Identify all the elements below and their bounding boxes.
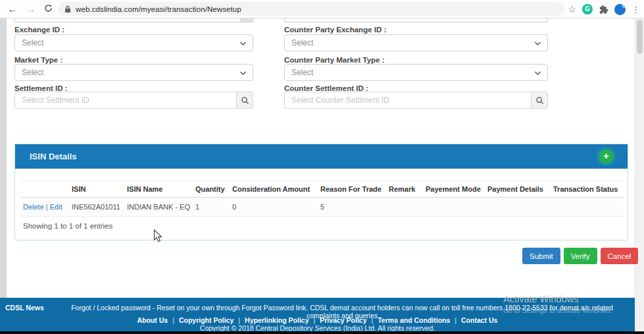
page-left-gutter xyxy=(0,18,7,298)
actions-separator: | xyxy=(46,203,48,211)
cutoff-button-stub xyxy=(240,18,253,22)
counter-market-type-select[interactable]: Select xyxy=(284,64,548,81)
cell-quantity: 1 xyxy=(193,198,230,217)
cutoff-field-right xyxy=(284,18,548,22)
isin-table: ISIN ISIN Name Quantity Consideration Am… xyxy=(20,181,624,217)
cell-payment-details xyxy=(485,198,551,217)
counter-market-type-value: Select xyxy=(291,68,313,77)
market-type-label: Market Type : xyxy=(14,56,62,64)
col-remark: Remark xyxy=(386,181,423,198)
bookmark-star-icon[interactable]: ☆ xyxy=(568,4,576,14)
cell-consideration-amount: 0 xyxy=(230,198,318,217)
col-isin-name: ISIN Name xyxy=(124,181,193,198)
col-payement-mode: Payement Mode xyxy=(423,181,485,198)
browser-actions: ☆ G ⋮ xyxy=(568,0,644,18)
isin-panel-header: ISIN Details + xyxy=(15,144,628,169)
reload-icon[interactable] xyxy=(41,2,55,16)
url-text: web.cdslindia.com/myeasi/transaction/New… xyxy=(76,5,241,13)
footer: CDSL News Forgot / Locked password - Res… xyxy=(0,298,635,331)
chevron-down-icon xyxy=(239,70,247,76)
counter-exchange-id-label: Counter Party Exchange ID : xyxy=(284,26,386,34)
edit-link[interactable]: Edit xyxy=(50,203,62,211)
verify-button[interactable]: Verify xyxy=(564,248,597,264)
chevron-down-icon xyxy=(534,41,541,46)
footer-link-terms-and-conditions[interactable]: Terms and Conditions xyxy=(378,316,461,324)
counter-settlement-id-field xyxy=(284,92,548,109)
market-type-select[interactable]: Select xyxy=(14,64,253,81)
cell-transaction-status xyxy=(551,198,624,217)
isin-table-row: Delete | Edit INE562A01011 INDIAN BANK -… xyxy=(20,198,624,217)
footer-link-contact-us[interactable]: Contact Us xyxy=(461,316,497,324)
back-icon[interactable]: ← xyxy=(5,2,20,16)
submit-button[interactable]: Submit xyxy=(522,248,560,264)
scrollbar-thumb[interactable] xyxy=(637,20,643,54)
col-actions xyxy=(20,181,69,198)
chevron-down-icon xyxy=(534,70,541,76)
cell-isin-name: INDIAN BANK - EQ xyxy=(124,198,193,217)
browser-window: ← → web.cdslindia.com/myeasi/transaction… xyxy=(0,0,644,334)
delete-link[interactable]: Delete xyxy=(23,203,44,211)
cell-reason-for-trade: 5 xyxy=(318,198,386,217)
table-entries-summary: Showing 1 to 1 of 1 entries xyxy=(23,222,112,230)
cell-remark xyxy=(386,198,423,217)
grammarly-extension-icon[interactable]: G xyxy=(582,4,593,14)
col-consideration-amount: Consideration Amount xyxy=(230,181,318,198)
isin-table-header-row: ISIN ISIN Name Quantity Consideration Am… xyxy=(20,181,624,198)
footer-scrollbar-gap xyxy=(635,298,644,331)
extensions-puzzle-icon[interactable] xyxy=(599,5,608,14)
footer-link-about-us[interactable]: About Us xyxy=(137,316,179,324)
search-icon xyxy=(241,96,249,105)
settlement-id-field xyxy=(14,92,253,109)
col-reason-for-trade: Reason For Trade xyxy=(318,181,386,198)
page-scrollbar[interactable] xyxy=(635,18,644,334)
forward-icon[interactable]: → xyxy=(24,2,38,16)
address-bar[interactable]: web.cdslindia.com/myeasi/transaction/New… xyxy=(58,2,564,16)
cutoff-field-left xyxy=(14,18,253,22)
profile-avatar[interactable] xyxy=(614,4,626,15)
col-payment-details: Payment Details xyxy=(485,181,551,198)
browser-toolbar: ← → web.cdslindia.com/myeasi/transaction… xyxy=(0,0,644,18)
isin-details-panel: ISIN Details + ISIN ISIN Name Quantity C… xyxy=(14,144,628,240)
add-isin-button[interactable]: + xyxy=(599,150,613,163)
cell-payement-mode xyxy=(423,198,485,217)
cdsl-news-label: CDSL News xyxy=(5,304,44,312)
exchange-id-label: Exchange ID : xyxy=(14,26,64,34)
counter-settlement-id-input[interactable] xyxy=(284,92,531,109)
reload-glyph xyxy=(44,4,53,13)
exchange-id-value: Select xyxy=(22,38,43,47)
row-actions: Delete | Edit xyxy=(20,198,69,217)
taskbar-edge xyxy=(0,331,644,334)
cancel-button[interactable]: Cancel xyxy=(601,248,639,264)
footer-link-copyright-policy[interactable]: Copyright Policy xyxy=(179,316,245,324)
footer-link-privacy-policy[interactable]: Privacy Policy xyxy=(320,316,378,324)
col-quantity: Quantity xyxy=(193,181,230,198)
counter-exchange-id-value: Select xyxy=(291,38,313,47)
search-icon xyxy=(535,96,544,105)
footer-links: About UsCopyright PolicyHyperlinking Pol… xyxy=(0,316,635,324)
exchange-id-select[interactable]: Select xyxy=(14,34,253,51)
lock-icon xyxy=(64,5,71,13)
counter-settlement-search-button[interactable] xyxy=(531,92,548,109)
cell-isin: INE562A01011 xyxy=(69,198,124,217)
counter-market-type-label: Counter Party Market Type : xyxy=(284,56,385,64)
settlement-id-input[interactable] xyxy=(14,92,236,109)
market-type-value: Select xyxy=(22,68,43,77)
settlement-search-button[interactable] xyxy=(236,92,253,109)
footer-link-hyperlinking-policy[interactable]: Hyperlinking Policy xyxy=(245,316,320,324)
isin-panel-title: ISIN Details xyxy=(30,152,77,161)
col-isin: ISIN xyxy=(69,181,124,198)
col-transaction-status: Transaction Status xyxy=(551,181,624,198)
browser-menu-icon[interactable]: ⋮ xyxy=(632,5,640,14)
form-actions: Submit Verify Cancel xyxy=(522,248,638,264)
chevron-down-icon xyxy=(239,41,247,46)
counter-exchange-id-select[interactable]: Select xyxy=(284,34,548,51)
